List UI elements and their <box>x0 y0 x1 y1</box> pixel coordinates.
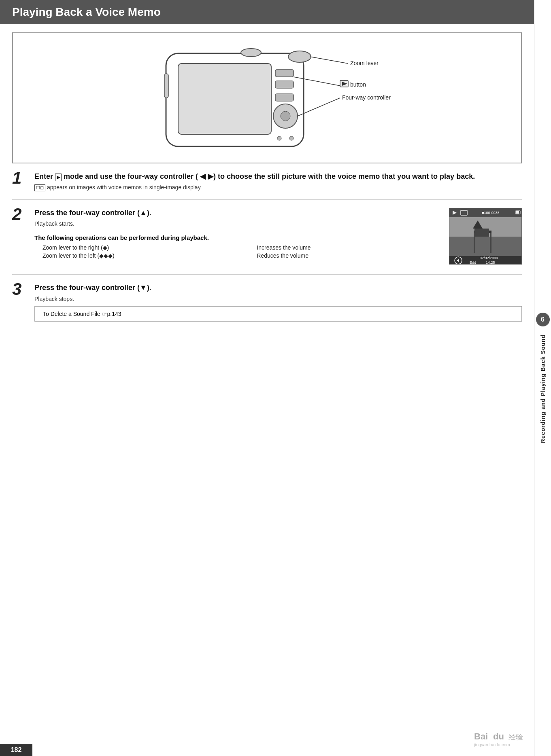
page-number-bar: 182 <box>0 744 32 756</box>
operations-title: The following operations can be performe… <box>34 234 441 241</box>
instructions-area: 1 Enter ▶ mode and use the four-way cont… <box>12 172 522 338</box>
voice-memo-display-icon: ☐⊡ <box>34 184 45 191</box>
step-3-content: Press the four-way controller (▼). Playb… <box>34 283 522 329</box>
step-2-title: Press the four-way controller (▲). <box>34 208 441 218</box>
op-2-action: Zoom lever to the left (◆◆◆) <box>43 252 245 259</box>
svg-rect-1 <box>178 64 271 134</box>
play-mode-icon: ▶ <box>55 174 62 181</box>
zoom-lever-label: Zoom lever <box>350 60 379 66</box>
svg-point-9 <box>277 136 281 140</box>
svg-line-13 <box>294 77 340 86</box>
thumbnail-svg: ■100-0038 02/02/2009 14:25 <box>449 208 522 265</box>
op-1-result: Increases the volume <box>257 244 441 251</box>
svg-text:Bai: Bai <box>474 731 488 741</box>
step-2-with-image: Press the four-way controller (▲). Playb… <box>34 208 522 266</box>
step-1: 1 Enter ▶ mode and use the four-way cont… <box>12 172 522 200</box>
step-2-text: Press the four-way controller (▲). Playb… <box>34 208 441 266</box>
step-1-content: Enter ▶ mode and use the four-way contro… <box>34 172 522 191</box>
svg-rect-11 <box>164 74 168 98</box>
step-1-number: 1 <box>12 169 34 186</box>
step-1-title: Enter ▶ mode and use the four-way contro… <box>34 172 522 182</box>
step-3-title: Press the four-way controller (▼). <box>34 283 522 293</box>
step-3-number: 3 <box>12 281 34 298</box>
operations-table: Zoom lever to the right (◆) Increases th… <box>34 244 441 259</box>
camera-diagram-svg: Zoom lever button Four-way controller <box>126 41 409 155</box>
step-2-desc: Playback starts. <box>34 220 441 227</box>
svg-point-8 <box>281 111 290 121</box>
side-tab-number: 6 <box>536 313 550 326</box>
svg-text:14:25: 14:25 <box>486 260 495 265</box>
op-1-action: Zoom lever to the right (◆) <box>43 244 245 251</box>
step-3-desc: Playback stops. <box>34 296 522 302</box>
svg-point-2 <box>241 49 261 57</box>
svg-rect-4 <box>275 70 294 77</box>
step-2-number: 2 <box>12 206 34 223</box>
camera-svg-container: Zoom lever button Four-way controller <box>21 41 513 155</box>
svg-text:经验: 经验 <box>508 733 523 741</box>
svg-text:du: du <box>493 731 504 741</box>
baidu-watermark: Bai du 经验 jingyan.baidu.com <box>472 728 529 750</box>
reference-text: To Delete a Sound File ☞p.143 <box>43 311 121 317</box>
step-2: 2 Press the four-way controller (▲). Pla… <box>12 208 522 275</box>
svg-text:■100-0038: ■100-0038 <box>482 211 499 215</box>
svg-point-3 <box>288 51 311 62</box>
svg-point-10 <box>289 136 294 140</box>
svg-rect-6 <box>275 94 294 101</box>
svg-rect-21 <box>490 231 491 253</box>
svg-text:Edit: Edit <box>470 260 476 265</box>
camera-diagram-section: Zoom lever button Four-way controller <box>12 32 522 163</box>
svg-rect-5 <box>275 81 294 88</box>
four-way-label: Four-way controller <box>342 94 391 101</box>
op-2-result: Reduces the volume <box>257 252 441 259</box>
operations-box: The following operations can be performe… <box>34 231 441 262</box>
page-header: Playing Back a Voice Memo <box>0 0 534 24</box>
svg-text:02/02/2009: 02/02/2009 <box>480 256 498 260</box>
svg-rect-30 <box>516 211 519 214</box>
page-title: Playing Back a Voice Memo <box>12 6 522 19</box>
baidu-logo-svg: Bai du 经验 jingyan.baidu.com <box>472 728 529 748</box>
side-tab-text: Recording and Playing Back Sound <box>540 335 546 443</box>
main-content: Playing Back a Voice Memo <box>0 0 534 338</box>
step-1-desc: ☐⊡ appears on images with voice memos in… <box>34 184 522 191</box>
step-2-content: Press the four-way controller (▲). Playb… <box>34 208 522 266</box>
svg-line-12 <box>310 57 348 64</box>
step-3: 3 Press the four-way controller (▼). Pla… <box>12 283 522 337</box>
side-tab: 6 Recording and Playing Back Sound <box>534 0 551 756</box>
playback-thumbnail: ■100-0038 02/02/2009 14:25 <box>449 208 522 265</box>
play-button-label: button <box>350 81 366 88</box>
svg-rect-24 <box>474 229 489 237</box>
svg-text:jingyan.baidu.com: jingyan.baidu.com <box>474 742 510 747</box>
reference-box: To Delete a Sound File ☞p.143 <box>34 306 522 322</box>
